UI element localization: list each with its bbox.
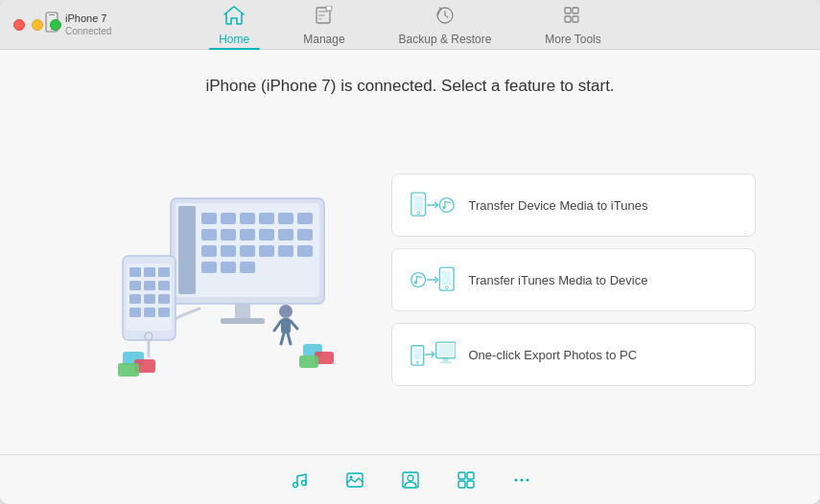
main-content: iPhone (iPhone 7) is connected. Select a… xyxy=(0,50,820,504)
minimize-button[interactable] xyxy=(32,19,43,31)
svg-rect-49 xyxy=(158,294,170,304)
svg-rect-18 xyxy=(240,213,255,224)
manage-icon xyxy=(314,6,335,30)
svg-rect-91 xyxy=(458,481,465,488)
svg-rect-56 xyxy=(118,363,139,377)
tab-backup[interactable]: Backup & Restore xyxy=(372,0,519,50)
svg-rect-11 xyxy=(565,16,571,22)
card-icon-export-photos xyxy=(410,337,456,372)
feature-card-transfer-to-itunes[interactable]: Transfer Device Media to iTunes xyxy=(391,173,756,237)
bottom-toolbar xyxy=(0,454,820,504)
svg-rect-42 xyxy=(144,267,155,277)
close-button[interactable] xyxy=(13,19,25,31)
card-label-transfer-to-device: Transfer iTunes Media to Device xyxy=(469,273,648,287)
tab-manage-label: Manage xyxy=(303,33,344,46)
toolbar-btn-more[interactable] xyxy=(505,464,538,496)
svg-point-94 xyxy=(520,478,523,481)
nav-tabs: Home Manage xyxy=(192,0,628,50)
feature-cards: Transfer Device Media to iTunes xyxy=(391,173,756,386)
svg-line-61 xyxy=(281,333,284,344)
svg-rect-29 xyxy=(221,245,236,257)
card-label-export-photos: One-click Export Photos to PC xyxy=(469,348,638,362)
tab-more-tools-label: More Tools xyxy=(545,33,600,46)
feature-card-transfer-to-device[interactable]: Transfer iTunes Media to Device xyxy=(391,248,756,311)
svg-rect-32 xyxy=(278,245,293,257)
svg-rect-50 xyxy=(129,308,141,317)
svg-rect-51 xyxy=(144,308,155,317)
svg-rect-34 xyxy=(201,262,217,273)
headline: iPhone (iPhone 7) is connected. Select a… xyxy=(205,77,614,96)
backup-icon xyxy=(434,6,456,30)
tab-manage[interactable]: Manage xyxy=(276,0,371,50)
svg-rect-31 xyxy=(259,245,274,257)
svg-rect-58 xyxy=(281,318,291,333)
svg-rect-81 xyxy=(443,358,449,362)
illustration xyxy=(65,160,353,400)
device-info: iPhone 7 Connected xyxy=(44,11,111,37)
svg-rect-5 xyxy=(318,14,325,16)
svg-rect-1 xyxy=(49,14,55,15)
tab-home[interactable]: Home xyxy=(192,0,276,50)
svg-rect-38 xyxy=(221,318,265,324)
svg-line-60 xyxy=(291,321,297,329)
svg-rect-17 xyxy=(221,213,236,224)
titlebar: iPhone 7 Connected Home xyxy=(0,0,820,50)
device-icon xyxy=(44,11,59,36)
svg-rect-23 xyxy=(221,229,236,241)
svg-rect-46 xyxy=(158,281,170,290)
svg-rect-41 xyxy=(129,267,141,277)
svg-rect-44 xyxy=(129,281,141,290)
toolbar-btn-contacts[interactable] xyxy=(394,464,427,496)
svg-rect-77 xyxy=(413,349,420,360)
svg-point-68 xyxy=(416,212,419,215)
svg-point-2 xyxy=(51,29,53,31)
svg-point-70 xyxy=(442,206,445,209)
svg-rect-36 xyxy=(240,262,255,273)
svg-point-93 xyxy=(514,478,517,481)
svg-rect-45 xyxy=(144,281,155,290)
svg-rect-26 xyxy=(278,229,293,241)
svg-rect-25 xyxy=(259,229,274,241)
app-window: iPhone 7 Connected Home xyxy=(0,0,820,504)
svg-rect-82 xyxy=(439,361,452,363)
svg-rect-6 xyxy=(318,18,322,20)
svg-line-59 xyxy=(274,321,281,331)
device-name: iPhone 7 xyxy=(65,11,111,25)
svg-rect-28 xyxy=(201,245,217,257)
svg-rect-30 xyxy=(240,245,255,257)
svg-point-71 xyxy=(410,273,425,287)
svg-rect-20 xyxy=(278,213,293,224)
tab-more-tools[interactable]: More Tools xyxy=(518,0,627,50)
svg-rect-92 xyxy=(467,481,474,488)
svg-rect-27 xyxy=(297,229,313,241)
svg-rect-65 xyxy=(299,355,318,368)
svg-point-72 xyxy=(413,281,416,284)
card-label-transfer-to-itunes: Transfer Device Media to iTunes xyxy=(469,198,648,213)
feature-card-export-photos[interactable]: One-click Export Photos to PC xyxy=(391,323,756,386)
svg-point-69 xyxy=(439,198,454,213)
svg-point-78 xyxy=(416,361,418,363)
svg-point-75 xyxy=(445,286,448,289)
svg-rect-15 xyxy=(178,206,196,294)
svg-rect-9 xyxy=(565,8,571,13)
svg-rect-89 xyxy=(458,472,465,479)
more-tools-icon xyxy=(563,6,584,30)
body-area: Transfer Device Media to iTunes xyxy=(0,96,820,454)
svg-rect-48 xyxy=(144,294,155,304)
device-status: Connected xyxy=(65,25,111,37)
toolbar-btn-apps[interactable] xyxy=(450,464,482,496)
svg-rect-33 xyxy=(297,245,313,257)
svg-rect-80 xyxy=(437,344,454,356)
toolbar-btn-photos[interactable] xyxy=(339,464,371,496)
svg-rect-19 xyxy=(259,213,274,224)
svg-point-95 xyxy=(526,478,528,481)
svg-rect-22 xyxy=(201,229,217,241)
toolbar-btn-music[interactable] xyxy=(283,464,316,496)
svg-line-62 xyxy=(288,333,291,344)
svg-rect-74 xyxy=(442,271,451,286)
svg-rect-35 xyxy=(221,262,236,273)
svg-point-86 xyxy=(349,475,352,478)
svg-rect-67 xyxy=(413,196,422,211)
card-icon-transfer-to-itunes xyxy=(410,188,456,222)
nav-area: Home Manage xyxy=(15,0,805,50)
